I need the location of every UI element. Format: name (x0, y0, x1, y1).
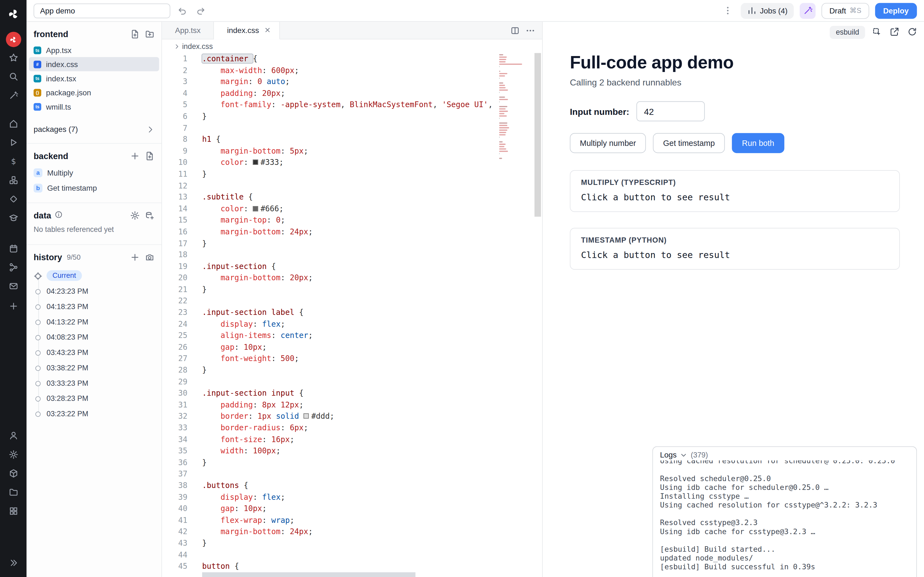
file-item-index-tsx[interactable]: tsindex.tsx (29, 71, 159, 85)
schedules-icon[interactable] (5, 191, 21, 207)
apps-grid-icon[interactable] (5, 503, 21, 519)
file-label: App.tsx (46, 46, 71, 55)
expand-rail-icon[interactable] (5, 555, 21, 571)
file-item-index-css[interactable]: #index.css (29, 57, 159, 71)
code-line: 41 flex-wrap: wrap; (162, 514, 542, 526)
add-folder-icon[interactable] (145, 29, 154, 39)
code-line: 20 margin-bottom: 20px; (162, 272, 542, 284)
runs-icon[interactable] (5, 134, 21, 151)
wand-icon (803, 6, 813, 15)
camera-icon[interactable] (145, 253, 154, 262)
add-file-icon[interactable] (130, 29, 140, 39)
learn-icon[interactable] (5, 210, 21, 226)
history-entry[interactable]: 03:28:23 PM (26, 391, 162, 406)
editor-scrollbar[interactable] (534, 53, 541, 577)
scrollbar-thumb[interactable] (535, 53, 541, 217)
home-icon[interactable] (5, 115, 21, 132)
calendar-icon[interactable] (5, 240, 21, 256)
deploy-button[interactable]: Deploy (875, 3, 917, 19)
settings-icon[interactable] (5, 446, 21, 463)
log-lines[interactable]: Using cached resolution for scheduler@^0… (653, 461, 916, 574)
current-app-icon[interactable] (5, 32, 21, 47)
split-editor-icon[interactable] (510, 26, 520, 35)
esbuild-badge[interactable]: esbuild (830, 26, 865, 39)
close-tab-icon[interactable] (264, 26, 272, 34)
history-entry[interactable]: 03:23:22 PM (26, 406, 162, 422)
line-number: 7 (162, 122, 187, 134)
history-current-row[interactable]: Current (26, 268, 162, 284)
line-number: 40 (162, 503, 187, 514)
undo-button[interactable] (175, 3, 189, 18)
history-entry[interactable]: 04:23:23 PM (26, 284, 162, 299)
file-item-app-tsx[interactable]: tsApp.tsx (29, 43, 159, 57)
code-line: 31 padding: 8px 12px; (162, 399, 542, 411)
run-both-button[interactable]: Run both (732, 133, 784, 153)
line-number: 6 (162, 111, 187, 122)
number-input[interactable] (636, 102, 705, 121)
backend-item-get-timestamp[interactable]: bGet timestamp (26, 180, 162, 196)
history-entry[interactable]: 04:18:23 PM (26, 299, 162, 314)
history-dot-icon (36, 319, 41, 325)
minimap[interactable] (498, 54, 527, 184)
account-icon[interactable] (5, 427, 21, 444)
file-label: index.tsx (46, 74, 76, 83)
history-entry[interactable]: 04:13:22 PM (26, 314, 162, 330)
packages-row[interactable]: packages (7) (26, 122, 162, 136)
search-icon[interactable] (5, 68, 21, 85)
favorites-icon[interactable] (5, 50, 21, 66)
jobs-button[interactable]: Jobs (4) (741, 3, 794, 19)
add-runnable-icon[interactable] (130, 152, 140, 161)
resources-icon[interactable] (5, 172, 21, 189)
code-line: 32 border: 1px solid #ddd; (162, 411, 542, 422)
magic-wand-icon[interactable] (5, 87, 21, 103)
tab-label: App.tsx (175, 26, 200, 35)
folders-icon[interactable] (5, 484, 21, 500)
file-icon: ts (34, 46, 41, 54)
backend-item-multiply[interactable]: aMultiply (26, 165, 162, 180)
more-menu-button[interactable] (720, 3, 735, 18)
select-tool-icon[interactable] (872, 27, 883, 38)
crosshair-icon (34, 271, 42, 280)
history-current-badge[interactable]: Current (47, 270, 82, 281)
timestamp-card-title: TIMESTAMP (PYTHON) (581, 236, 889, 244)
draft-button[interactable]: Draft ⌘S (822, 3, 869, 19)
log-line: Using idb cache for scheduler@0.25.0 … (660, 483, 909, 492)
app-name-input[interactable] (34, 3, 170, 18)
line-number: 21 (162, 284, 187, 295)
create-new-icon[interactable] (5, 298, 21, 314)
editor-more-icon[interactable] (525, 26, 535, 35)
breadcrumb[interactable]: index.css (162, 40, 542, 53)
workspace-icon[interactable] (5, 465, 21, 482)
history-entry[interactable]: 03:33:23 PM (26, 376, 162, 391)
line-number: 18 (162, 249, 187, 261)
code-line: 14 color: #666; (162, 203, 542, 214)
tab-app-tsx[interactable]: App.tsx (162, 22, 214, 39)
refresh-icon[interactable] (908, 27, 918, 38)
file-item-wmill-ts[interactable]: tswmill.ts (29, 100, 159, 113)
get-timestamp-button[interactable]: Get timestamp (653, 133, 725, 153)
tab-index-css[interactable]: index.css (214, 22, 279, 39)
history-entry[interactable]: 03:38:22 PM (26, 360, 162, 376)
add-script-icon[interactable] (145, 152, 154, 161)
add-table-icon[interactable] (145, 211, 154, 220)
data-settings-icon[interactable] (130, 211, 140, 220)
history-entry[interactable]: 04:08:23 PM (26, 330, 162, 345)
windmill-logo[interactable] (5, 6, 21, 22)
topbar: Jobs (4) Draft ⌘S Deploy (26, 0, 924, 22)
backend-section-title: backend (34, 152, 68, 161)
file-item-package-json[interactable]: {}package.json (29, 85, 159, 100)
open-external-icon[interactable] (890, 27, 901, 38)
add-snapshot-icon[interactable] (130, 253, 140, 262)
variables-icon[interactable]: $ (5, 153, 21, 169)
breadcrumb-chevron-icon (174, 44, 179, 49)
multiply-number-button[interactable]: Multiply number (570, 133, 646, 153)
redo-button[interactable] (194, 3, 208, 18)
ai-wand-button[interactable] (800, 3, 816, 19)
page-title: Full-code app demo (570, 53, 900, 73)
mail-icon[interactable] (5, 278, 21, 294)
history-entry[interactable]: 03:43:23 PM (26, 345, 162, 361)
logs-title[interactable]: Logs (660, 450, 677, 459)
code-editor[interactable]: 1.container {2 max-width: 600px;3 margin… (162, 53, 542, 577)
flows-icon[interactable] (5, 259, 21, 276)
chevron-down-icon[interactable] (680, 451, 687, 459)
